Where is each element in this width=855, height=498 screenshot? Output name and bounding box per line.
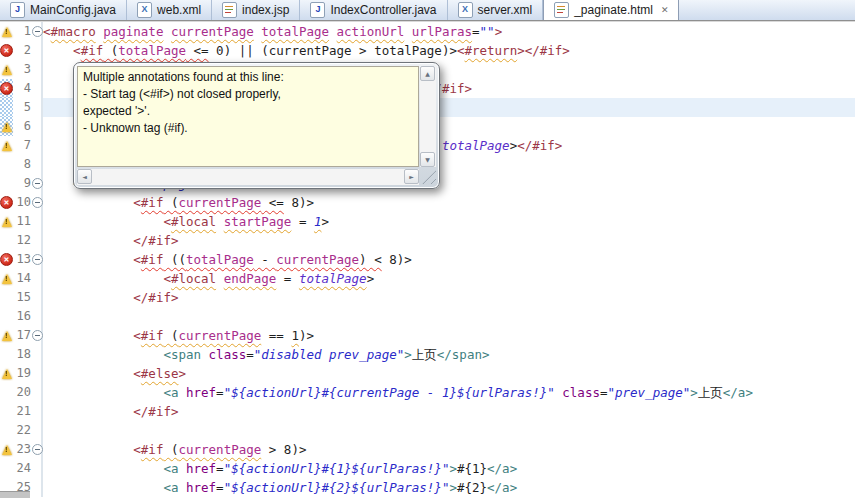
line-number: 15 bbox=[13, 288, 31, 307]
code-line-17[interactable]: 17 <#if (currentPage == 1)> bbox=[0, 326, 855, 345]
code-segment: <= bbox=[261, 195, 284, 210]
scroll-down-icon[interactable]: ▼ bbox=[420, 152, 435, 167]
warning-icon[interactable] bbox=[2, 217, 12, 227]
code-text[interactable]: <#if (totalPage <= 0) || (currentPage > … bbox=[43, 41, 855, 60]
code-text[interactable]: <#else> bbox=[43, 364, 855, 383]
code-segment: #local bbox=[171, 271, 216, 286]
tab-MainConfig.java[interactable]: JMainConfig.java bbox=[0, 0, 127, 20]
tab-index.jsp[interactable]: index.jsp bbox=[212, 0, 300, 20]
tab-web.xml[interactable]: Xweb.xml bbox=[127, 0, 212, 20]
code-line-22[interactable]: 22 bbox=[0, 421, 855, 440]
code-segment: 上页 bbox=[412, 347, 437, 362]
code-line-18[interactable]: 18 <span class="disabled prev_page">上页</… bbox=[0, 345, 855, 364]
tab-IndexController.java[interactable]: JIndexController.java bbox=[300, 0, 447, 20]
tab-server.xml[interactable]: Xserver.xml bbox=[448, 0, 544, 20]
code-text[interactable]: <#if ((totalPage - currentPage) < 8)> bbox=[43, 250, 855, 269]
warning-icon[interactable] bbox=[2, 331, 12, 341]
fold-collapse-icon[interactable] bbox=[32, 254, 43, 265]
annotation-cell bbox=[0, 364, 13, 383]
tooltip-line: expected '>'. bbox=[83, 103, 413, 120]
warning-icon[interactable] bbox=[2, 274, 12, 284]
annotation-cell: ✕ bbox=[0, 79, 13, 98]
scrollbar-track[interactable] bbox=[420, 81, 436, 152]
warning-icon[interactable] bbox=[2, 122, 12, 132]
annotation-cell bbox=[0, 288, 13, 307]
code-segment: > bbox=[449, 480, 457, 495]
code-line-14[interactable]: 14 <#local endPage = totalPage> bbox=[0, 269, 855, 288]
code-line-16[interactable]: 16 bbox=[0, 307, 855, 326]
code-line-11[interactable]: 11 <#local startPage = 1> bbox=[0, 212, 855, 231]
tab-label: MainConfig.java bbox=[30, 3, 116, 17]
code-text[interactable]: </#if> bbox=[43, 231, 855, 250]
fold-collapse-icon[interactable] bbox=[32, 197, 43, 208]
close-icon[interactable]: ✕ bbox=[661, 6, 669, 15]
code-segment: "${actionUrl}#{2}${urlParas!}" bbox=[224, 480, 450, 495]
annotation-cell bbox=[0, 269, 13, 288]
tooltip-vertical-scrollbar[interactable]: ▲ ▼ bbox=[420, 66, 436, 167]
code-text[interactable]: <a href="${actionUrl}#{currentPage - 1}$… bbox=[43, 383, 855, 402]
code-segment bbox=[43, 271, 163, 286]
code-text[interactable]: <a href="${actionUrl}#{1}${urlParas!}">#… bbox=[43, 459, 855, 478]
code-text[interactable]: <#macro paginate currentPage totalPage a… bbox=[43, 22, 855, 41]
resize-grip-icon[interactable] bbox=[420, 168, 436, 184]
code-text[interactable]: <a href="${actionUrl}#{2}${urlParas!}">#… bbox=[43, 478, 855, 497]
error-icon[interactable]: ✕ bbox=[0, 44, 13, 57]
warning-icon[interactable] bbox=[2, 445, 12, 455]
code-line-21[interactable]: 21 </#if> bbox=[0, 402, 855, 421]
code-line-20[interactable]: 20 <a href="${actionUrl}#{currentPage - … bbox=[0, 383, 855, 402]
warning-icon[interactable] bbox=[2, 369, 12, 379]
warning-icon[interactable] bbox=[2, 65, 12, 75]
line-number: 4 bbox=[13, 79, 31, 98]
code-text[interactable]: <#local endPage = totalPage> bbox=[43, 269, 855, 288]
code-segment: = bbox=[216, 480, 224, 495]
code-text[interactable]: <#if (currentPage <= 8)> bbox=[43, 193, 855, 212]
warning-icon[interactable] bbox=[2, 141, 12, 151]
scroll-right-icon[interactable]: ► bbox=[404, 169, 419, 184]
code-line-19[interactable]: 19 <#else> bbox=[0, 364, 855, 383]
error-icon[interactable]: ✕ bbox=[0, 196, 13, 209]
fold-collapse-icon[interactable] bbox=[32, 444, 43, 455]
code-text[interactable] bbox=[43, 421, 855, 440]
fold-collapse-icon[interactable] bbox=[32, 26, 43, 37]
editor-window: JMainConfig.javaXweb.xmlindex.jspJIndexC… bbox=[0, 0, 855, 498]
tooltip-horizontal-scrollbar[interactable]: ◄ ► bbox=[77, 169, 419, 185]
code-text[interactable]: <#if (currentPage == 1)> bbox=[43, 326, 855, 345]
code-text[interactable]: <#local startPage = 1> bbox=[43, 212, 855, 231]
code-line-15[interactable]: 15 </#if> bbox=[0, 288, 855, 307]
scrollbar-track[interactable] bbox=[92, 169, 404, 185]
code-segment bbox=[43, 404, 133, 419]
warning-icon[interactable] bbox=[2, 27, 12, 37]
error-icon[interactable]: ✕ bbox=[0, 253, 13, 266]
code-segment: endPage bbox=[224, 271, 277, 286]
fold-collapse-icon[interactable] bbox=[32, 330, 43, 341]
code-text[interactable]: </#if> bbox=[43, 402, 855, 421]
code-line-12[interactable]: 12 </#if> bbox=[0, 231, 855, 250]
code-line-23[interactable]: 23 <#if (currentPage > 8)> bbox=[0, 440, 855, 459]
code-segment: "prev_page" bbox=[607, 385, 690, 400]
annotation-cell bbox=[0, 402, 13, 421]
annotation-cell bbox=[0, 345, 13, 364]
code-line-10[interactable]: ✕10 <#if (currentPage <= 8)> bbox=[0, 193, 855, 212]
code-segment: > 8)> bbox=[261, 442, 306, 457]
error-icon[interactable]: ✕ bbox=[0, 82, 13, 95]
tab-_paginate.html[interactable]: _paginate.html✕ bbox=[543, 0, 679, 20]
code-text[interactable]: </#if> bbox=[43, 288, 855, 307]
code-segment: href bbox=[186, 461, 216, 476]
code-line-13[interactable]: ✕13 <#if ((totalPage - currentPage) < 8)… bbox=[0, 250, 855, 269]
code-line-25[interactable]: 25 <a href="${actionUrl}#{2}${urlParas!}… bbox=[0, 478, 855, 497]
code-line-1[interactable]: 1<#macro paginate currentPage totalPage … bbox=[0, 22, 855, 41]
code-line-24[interactable]: 24 <a href="${actionUrl}#{1}${urlParas!}… bbox=[0, 459, 855, 478]
code-line-2[interactable]: ✕2 <#if (totalPage <= 0) || (currentPage… bbox=[0, 41, 855, 60]
code-text[interactable] bbox=[43, 307, 855, 326]
annotation-cell: ✕ bbox=[0, 250, 13, 269]
scroll-left-icon[interactable]: ◄ bbox=[77, 169, 92, 184]
code-segment: < bbox=[73, 43, 81, 58]
code-segment: > bbox=[449, 461, 457, 476]
code-text[interactable]: <span class="disabled prev_page">上页</spa… bbox=[43, 345, 855, 364]
fold-collapse-icon[interactable] bbox=[32, 178, 43, 189]
code-segment bbox=[216, 214, 224, 229]
code-segment: paginate bbox=[103, 24, 163, 39]
code-text[interactable]: <#if (currentPage > 8)> bbox=[43, 440, 855, 459]
scroll-up-icon[interactable]: ▲ bbox=[420, 66, 435, 81]
line-number: 19 bbox=[13, 364, 31, 383]
